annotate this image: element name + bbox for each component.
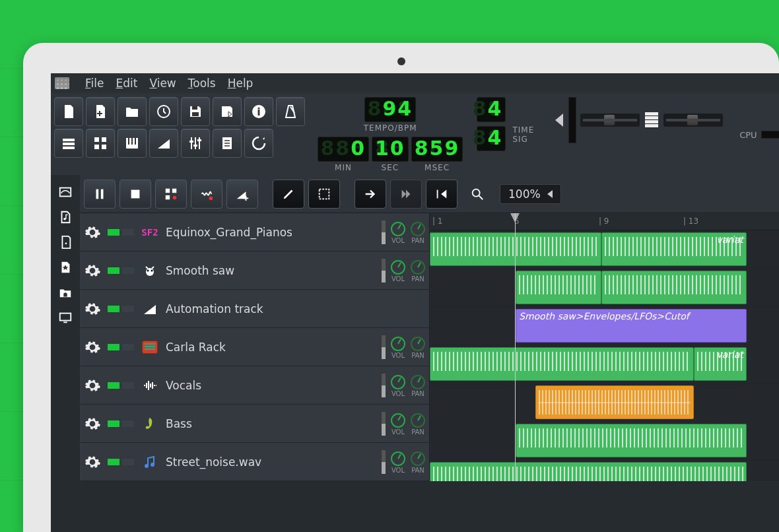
menu-help[interactable]: Help	[228, 77, 254, 90]
record-audio-button[interactable]	[191, 180, 222, 209]
controller-rack-button[interactable]	[244, 129, 273, 158]
mixer-button[interactable]	[181, 129, 210, 158]
clip-row[interactable]	[430, 383, 779, 422]
pan-knob[interactable]	[411, 375, 425, 389]
track-name[interactable]: Smooth saw	[166, 264, 375, 277]
solo-button[interactable]	[122, 229, 134, 236]
solo-button[interactable]	[122, 344, 134, 350]
clip[interactable]: variat	[694, 347, 747, 381]
clip[interactable]	[430, 232, 601, 266]
track-settings-button[interactable]	[84, 262, 101, 279]
volume-knob[interactable]	[391, 451, 405, 466]
menu-edit[interactable]: Edit	[116, 77, 137, 90]
save-button[interactable]	[181, 97, 210, 126]
clip-row[interactable]: variat	[430, 230, 779, 269]
samples-tab-icon[interactable]	[57, 209, 73, 225]
clip[interactable]	[430, 462, 747, 481]
track-name[interactable]: Automation track	[166, 302, 425, 316]
track-header[interactable]: Street_noise.wav VOL PAN	[80, 443, 429, 481]
track-name[interactable]: Vocals	[166, 379, 375, 392]
track-header[interactable]: Bass VOL PAN	[80, 405, 429, 443]
clip-area[interactable]: | 1 5 | 9 | 13 variatSmooth saw>Envelope…	[430, 213, 779, 481]
computer-tab-icon[interactable]	[57, 310, 73, 325]
mute-button[interactable]	[108, 382, 119, 389]
track-header[interactable]: SF2 Equinox_Grand_Pianos VOL PAN	[80, 213, 429, 251]
time-msec-display[interactable]: 888859	[411, 137, 463, 162]
select-mode-button[interactable]	[308, 180, 340, 209]
new-from-template-button[interactable]	[86, 97, 115, 126]
solo-button[interactable]	[122, 459, 134, 465]
pan-knob[interactable]	[411, 222, 425, 236]
solo-button[interactable]	[122, 382, 134, 389]
new-file-button[interactable]	[54, 97, 83, 126]
clip[interactable]	[516, 424, 747, 457]
volume-knob[interactable]	[391, 222, 405, 236]
piano-roll-button[interactable]	[118, 129, 147, 158]
skip-to-start-button[interactable]	[426, 180, 457, 209]
skip-to-end-button[interactable]	[390, 180, 422, 209]
add-automation-clip-button[interactable]	[226, 180, 258, 209]
metronome-button[interactable]	[276, 97, 305, 126]
master-pitch-slider[interactable]	[663, 114, 723, 127]
song-editor-button[interactable]	[54, 129, 83, 158]
track-name[interactable]: Bass	[166, 417, 375, 430]
mute-button[interactable]	[108, 229, 119, 236]
timesig-num-display[interactable]: 884	[477, 97, 506, 122]
time-sec-display[interactable]: 8810	[372, 137, 409, 162]
clip[interactable]: variat	[601, 232, 747, 266]
project-notes-button[interactable]	[213, 129, 242, 158]
stop-button[interactable]	[119, 180, 151, 209]
volume-knob[interactable]	[391, 337, 405, 351]
solo-button[interactable]	[122, 306, 134, 312]
clip[interactable]	[516, 271, 601, 304]
pan-knob[interactable]	[411, 413, 425, 428]
instruments-tab-icon[interactable]	[57, 184, 73, 200]
open-recent-button[interactable]	[149, 97, 178, 126]
track-settings-button[interactable]	[84, 415, 101, 432]
master-volume-slider[interactable]	[580, 114, 640, 127]
zoom-level[interactable]: 100%	[500, 184, 561, 204]
volume-knob[interactable]	[391, 413, 405, 428]
timeline-ruler[interactable]: | 1 5 | 9 | 13	[430, 213, 779, 230]
clip-row[interactable]	[430, 269, 779, 307]
track-header[interactable]: Automation track	[80, 290, 429, 328]
track-header[interactable]: Vocals VOL PAN	[80, 366, 429, 405]
pan-knob[interactable]	[411, 451, 425, 466]
tempo-display[interactable]: 88894	[364, 97, 416, 122]
my-samples-tab-icon[interactable]	[57, 234, 73, 250]
time-min-display[interactable]: 8880	[318, 137, 369, 162]
clip[interactable]	[535, 385, 694, 419]
track-settings-button[interactable]	[84, 377, 101, 394]
track-header[interactable]: Carla Rack VOL PAN	[80, 328, 429, 366]
mute-button[interactable]	[108, 420, 119, 427]
mute-button[interactable]	[108, 306, 119, 312]
track-name[interactable]: Equinox_Grand_Pianos	[166, 226, 375, 239]
menu-file[interactable]: File	[85, 77, 104, 90]
solo-button[interactable]	[122, 267, 134, 274]
volume-knob[interactable]	[391, 260, 405, 275]
volume-knob[interactable]	[391, 375, 405, 389]
presets-tab-icon[interactable]	[57, 259, 73, 275]
mute-button[interactable]	[108, 459, 119, 465]
solo-button[interactable]	[122, 420, 134, 427]
clip[interactable]	[601, 271, 747, 304]
track-name[interactable]: Street_noise.wav	[166, 455, 375, 469]
skip-forward-button[interactable]	[355, 180, 386, 209]
open-button[interactable]	[118, 97, 147, 126]
clip-row[interactable]	[430, 460, 779, 481]
track-settings-button[interactable]	[84, 453, 101, 471]
track-settings-button[interactable]	[84, 224, 101, 241]
timesig-den-display[interactable]: 884	[477, 126, 506, 151]
zoom-button[interactable]	[461, 180, 493, 209]
draw-mode-button[interactable]	[273, 180, 304, 209]
export-button[interactable]	[213, 97, 242, 126]
track-settings-button[interactable]	[84, 339, 101, 356]
menu-view[interactable]: View	[149, 77, 176, 90]
clip-row[interactable]: Smooth saw>Envelopes/LFOs>Cutof	[430, 307, 779, 345]
pan-knob[interactable]	[411, 337, 425, 351]
home-tab-icon[interactable]	[57, 284, 73, 300]
track-header[interactable]: Smooth saw VOL PAN	[80, 251, 429, 290]
bb-editor-button[interactable]	[86, 129, 115, 158]
track-name[interactable]: Carla Rack	[166, 341, 375, 354]
clip[interactable]	[430, 347, 694, 381]
